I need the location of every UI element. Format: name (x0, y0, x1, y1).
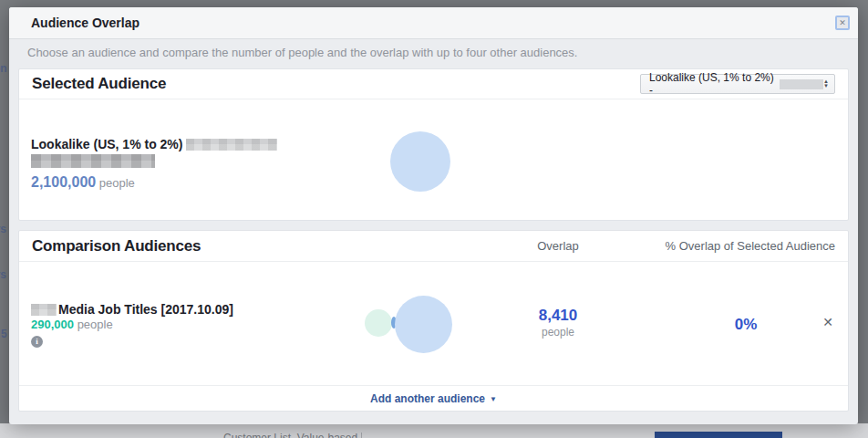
background-fragment: ers (0, 268, 6, 281)
selected-audience-header-row: Selected Audience Lookalike (US, 1% to 2… (19, 69, 848, 99)
dropdown-value: Lookalike (US, 1% to 2%) - (649, 71, 776, 97)
background-column-divider (361, 433, 362, 438)
redacted-text (186, 139, 277, 151)
audience-overlap-dialog: Audience Overlap ✕ Choose an audience an… (9, 7, 858, 424)
comparison-audience-circle (365, 309, 392, 337)
selected-audience-card: Selected Audience Lookalike (US, 1% to 2… (18, 68, 849, 221)
selected-audience-count: 2,100,000 (31, 174, 96, 190)
comparison-audience-count: 290,000 (31, 318, 74, 331)
comparison-heading: Comparison Audiences (32, 237, 201, 256)
comparison-audience-info: Media Job Titles [2017.10.09] 290,000 pe… (31, 302, 341, 348)
comparison-audiences-card: Comparison Audiences Overlap % Overlap o… (18, 230, 849, 412)
background-button (655, 432, 782, 438)
comparison-row: Media Job Titles [2017.10.09] 290,000 pe… (19, 262, 848, 386)
overlap-value-block: 8,410 people (512, 307, 604, 339)
dialog-title-bar: Audience Overlap ✕ (9, 7, 858, 39)
background-row-text: Customer List, Value-based (223, 432, 357, 438)
dialog-body: Choose an audience and compare the numbe… (9, 46, 858, 412)
dialog-title: Audience Overlap (31, 16, 140, 30)
redacted-text (780, 79, 823, 89)
selected-audience-count-unit: people (99, 176, 135, 190)
remove-audience-button[interactable]: ✕ (821, 313, 835, 331)
selected-audience-circle (390, 131, 450, 192)
selected-audience-info: Lookalike (US, 1% to 2%) 2,100,000 peopl… (31, 137, 359, 191)
overlap-column-header: Overlap (512, 239, 604, 253)
background-bottom-band: Customer List, Value-based (0, 423, 868, 438)
redacted-text (31, 304, 57, 316)
select-arrows-icon: ▲ ▼ (823, 79, 829, 89)
comparison-footer: Add another audience ▼ (19, 386, 848, 412)
chevron-down-icon: ▼ (490, 395, 497, 403)
selected-audience-content: Lookalike (US, 1% to 2%) 2,100,000 peopl… (19, 99, 848, 220)
overlap-percentage: 0% (700, 316, 791, 334)
comparison-audience-name: Media Job Titles [2017.10.09] (58, 302, 233, 317)
selected-audience-name: Lookalike (US, 1% to 2%) (31, 137, 182, 151)
comparison-audience-count-unit: people (78, 318, 113, 331)
selected-audience-venn-circle (395, 296, 452, 353)
overlap-count-unit: people (512, 326, 604, 339)
background-fragment: 5 (1, 328, 7, 340)
add-audience-link[interactable]: Add another audience ▼ (370, 392, 497, 405)
background-fragment: ers (0, 223, 6, 235)
instruction-text: Choose an audience and compare the numbe… (27, 46, 849, 59)
close-icon: ✕ (839, 18, 846, 27)
overlap-count: 8,410 (512, 307, 604, 325)
redacted-text (31, 154, 155, 168)
close-button[interactable]: ✕ (835, 16, 850, 30)
remove-icon: ✕ (822, 315, 833, 329)
pct-overlap-column-header: % Overlap of Selected Audience (666, 239, 835, 253)
background-fragment: on (0, 62, 7, 75)
comparison-header-row: Comparison Audiences Overlap % Overlap o… (19, 231, 848, 262)
selected-audience-heading: Selected Audience (32, 75, 166, 93)
selected-audience-dropdown[interactable]: Lookalike (US, 1% to 2%) - ▲ ▼ (640, 74, 835, 94)
info-icon[interactable]: i (31, 336, 43, 348)
